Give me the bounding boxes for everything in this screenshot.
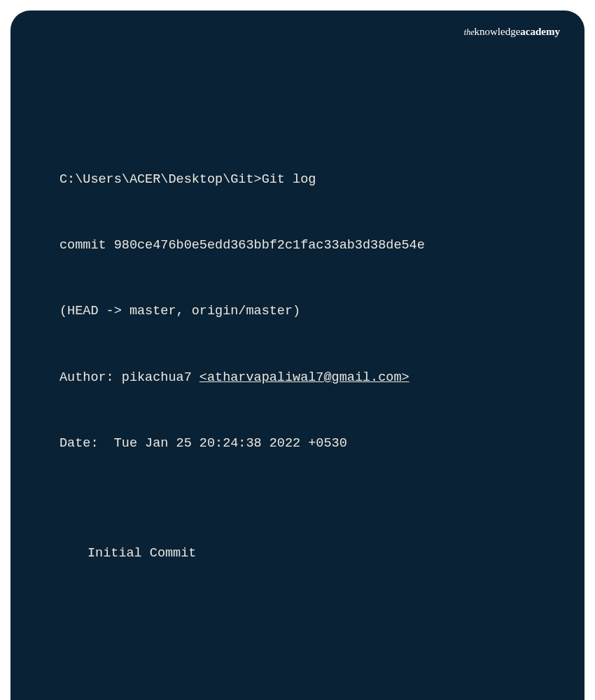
brand-academy: academy bbox=[520, 26, 560, 37]
brand-logo: theknowledgeacademy bbox=[464, 26, 560, 38]
brand-knowledge: knowledge bbox=[475, 26, 521, 37]
git-fetch-block: C:\Users\ACER\Desktop\Git>Git Fetch remo… bbox=[59, 696, 536, 700]
author-prefix: Author: pikachua7 bbox=[59, 370, 200, 385]
commit-refs: (HEAD -> master, origin/master) bbox=[59, 300, 536, 322]
git-log-block-1: C:\Users\ACER\Desktop\Git>Git log commit… bbox=[59, 125, 536, 609]
commit-message: Initial Commit bbox=[59, 542, 536, 564]
terminal-output: C:\Users\ACER\Desktop\Git>Git log commit… bbox=[59, 80, 536, 700]
commit-hash: commit 980ce476b0e5edd363bbf2c1fac33ab3d… bbox=[59, 234, 536, 256]
author-email: <atharvapaliwal7@gmail.com> bbox=[200, 370, 410, 385]
prompt-line: C:\Users\ACER\Desktop\Git>Git log bbox=[59, 169, 536, 190]
author-line: Author: pikachua7 <atharvapaliwal7@gmail… bbox=[59, 367, 536, 388]
brand-the: the bbox=[464, 27, 475, 37]
terminal-window: theknowledgeacademy C:\Users\ACER\Deskto… bbox=[10, 10, 584, 700]
date-line: Date: Tue Jan 25 20:24:38 2022 +0530 bbox=[59, 433, 536, 454]
